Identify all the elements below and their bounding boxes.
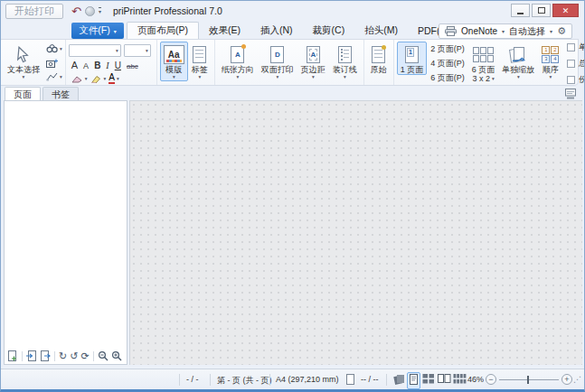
sidebar-tabs: 页面 书签 (5, 87, 80, 101)
window-controls: ✕ (511, 4, 579, 17)
order-icon: 1 2 3 4 (542, 46, 559, 63)
two-pages-button[interactable]: 2 页面(P) (430, 43, 465, 55)
sidebar-tab-pages[interactable]: 页面 (5, 87, 41, 101)
qat-customize-icon[interactable]: ▾ (99, 7, 101, 14)
duplex-label: 双面打印 (261, 65, 294, 74)
group-select: 文本选择 ▾ ▾ ▾ (1, 40, 66, 85)
new-sheet-checkbox[interactable]: 总创建至新纸张 (567, 58, 585, 70)
selection-info: -- / -- (361, 375, 379, 384)
labels-button[interactable]: 标签 ▾ (188, 42, 212, 81)
template-button[interactable]: Aa 模版 ▾ (160, 42, 188, 81)
maximize-button[interactable] (532, 4, 551, 17)
duplex-button[interactable]: D 双面打印 ▾ (258, 42, 297, 81)
view-two-pages-button[interactable] (438, 373, 451, 387)
custom-grid-button[interactable]: 6 页面 3 x 2 ▾ (468, 42, 499, 85)
zoom-slider-thumb[interactable] (527, 376, 529, 384)
paper-orientation-icon[interactable] (346, 374, 354, 385)
tab-page-layout[interactable]: 页面布局(P) (127, 22, 199, 39)
rotate-cw-icon[interactable]: ↻ (59, 351, 67, 361)
independent-zoom-button[interactable]: 单独缩放 ▾ (498, 42, 538, 81)
zoom-out-button[interactable]: − (486, 374, 496, 385)
printer-dropdown-icon[interactable]: ▾ (502, 28, 505, 34)
chevron-down-icon: ▾ (517, 74, 520, 79)
zoom-out-button[interactable] (98, 350, 109, 361)
layout-options: 单页重复显示 总创建至新纸张 份数 (562, 42, 585, 85)
insert-page-after-button[interactable] (40, 350, 51, 362)
shrink-font-button[interactable]: A (83, 61, 89, 70)
group-original: 原始 (364, 40, 394, 85)
gutter-button[interactable]: 装订线 ▾ (329, 42, 361, 81)
independent-zoom-icon (509, 46, 527, 64)
one-page-button[interactable]: 1 1 页面 (397, 42, 428, 75)
measure-button[interactable]: ▾ (46, 72, 62, 81)
gear-icon[interactable]: ⚙ (557, 25, 566, 37)
template-icon: Aa (164, 45, 184, 64)
clear-format-button[interactable]: ▾ (71, 75, 88, 83)
font-family-select[interactable]: ▾ (69, 44, 121, 57)
grow-font-button[interactable]: A (71, 60, 78, 70)
zoom-in-button[interactable]: + (561, 374, 572, 385)
tab-letterhead[interactable]: 抬头(M) (354, 22, 408, 39)
rotate-ccw-icon[interactable]: ↺ (70, 351, 78, 361)
maximize-icon (538, 7, 545, 14)
virtual-printer-icon[interactable] (564, 87, 577, 103)
printer-name: OneNote (461, 26, 497, 36)
margins-button[interactable]: A 页边距 ▾ (297, 42, 329, 81)
add-page-button[interactable] (8, 350, 18, 362)
margins-label: 页边距 (301, 65, 326, 74)
original-button[interactable]: 原始 (367, 42, 391, 75)
underline-button[interactable]: U (115, 61, 121, 70)
printer-selector[interactable]: OneNote ▾ 自动选择 ▾ ⚙ (439, 23, 572, 39)
chevron-down-icon: ▾ (344, 74, 346, 79)
chevron-down-icon: ▾ (23, 74, 25, 79)
custom-grid-label: 6 页面 (472, 65, 495, 74)
view-many-pages-button[interactable] (453, 373, 467, 387)
six-pages-button[interactable]: 6 页面(P) (430, 72, 465, 84)
repeat-single-page-checkbox[interactable]: 单页重复显示 (567, 42, 585, 53)
zoom-slider-track[interactable] (499, 379, 559, 380)
sidebar-tab-bookmarks[interactable]: 书签 (42, 87, 79, 101)
group-font: ▾ ▾ A A B I U abc (66, 40, 157, 85)
order-button[interactable]: 1 2 3 4 顺序 ▾ (538, 42, 562, 81)
strikethrough-button[interactable]: abc (127, 62, 138, 70)
tab-insert[interactable]: 插入(N) (250, 22, 303, 39)
four-pages-button[interactable]: 4 页面(P) (430, 58, 465, 70)
cursor-arrow-icon (14, 44, 33, 65)
chevron-down-icon: ▾ (85, 76, 88, 81)
find-button[interactable]: ▾ (46, 43, 62, 53)
view-grid-button[interactable] (422, 373, 435, 387)
highlight-button[interactable]: ▾ (90, 75, 107, 83)
snapshot-button[interactable] (46, 59, 62, 68)
preview-canvas[interactable] (129, 100, 582, 365)
cursor-position: - / - (186, 375, 199, 384)
copies-checkbox[interactable]: 份数 (567, 74, 585, 86)
gutter-icon (338, 46, 352, 63)
font-color-button[interactable]: A ▾ (109, 73, 118, 84)
undo-icon[interactable]: ↶ (71, 5, 81, 17)
text-select-button[interactable]: 文本选择 ▾ (4, 42, 43, 81)
pages-panel[interactable]: ↻ ↺ ⟳ (4, 100, 127, 365)
resize-grip[interactable]: ⋰ (573, 375, 581, 384)
preview-sphere-icon[interactable] (85, 6, 95, 16)
bold-button[interactable]: B (94, 61, 100, 70)
view-single-page-button[interactable] (407, 372, 420, 389)
zoom-in-button[interactable] (111, 350, 122, 361)
tab-effects[interactable]: 效果(E) (199, 22, 250, 39)
chevron-down-icon: ▾ (312, 74, 315, 79)
italic-button[interactable]: I (106, 61, 109, 70)
insert-page-before-button[interactable] (26, 350, 37, 362)
original-icon (372, 46, 385, 63)
orientation-button[interactable]: A 纸张方向 ▾ (218, 42, 258, 81)
close-button[interactable]: ✕ (552, 4, 579, 17)
paper-mode-dropdown-icon[interactable]: ▾ (550, 28, 552, 34)
file-menu-button[interactable]: 文件(F) ▾ (71, 23, 124, 39)
minimize-button[interactable] (511, 4, 530, 17)
view-multi-stack-button[interactable] (392, 373, 405, 387)
refresh-icon[interactable]: ⟳ (80, 351, 89, 361)
font-size-select[interactable]: ▾ (124, 44, 151, 57)
template-label: 模版 (165, 65, 182, 74)
original-label: 原始 (371, 65, 387, 74)
app-window: 开始打印 ↶ ▾ priPrinter Professional 7.0 ✕ 文… (0, 0, 585, 392)
start-print-button[interactable]: 开始打印 (5, 4, 63, 19)
tab-crop[interactable]: 裁剪(C) (303, 22, 355, 39)
